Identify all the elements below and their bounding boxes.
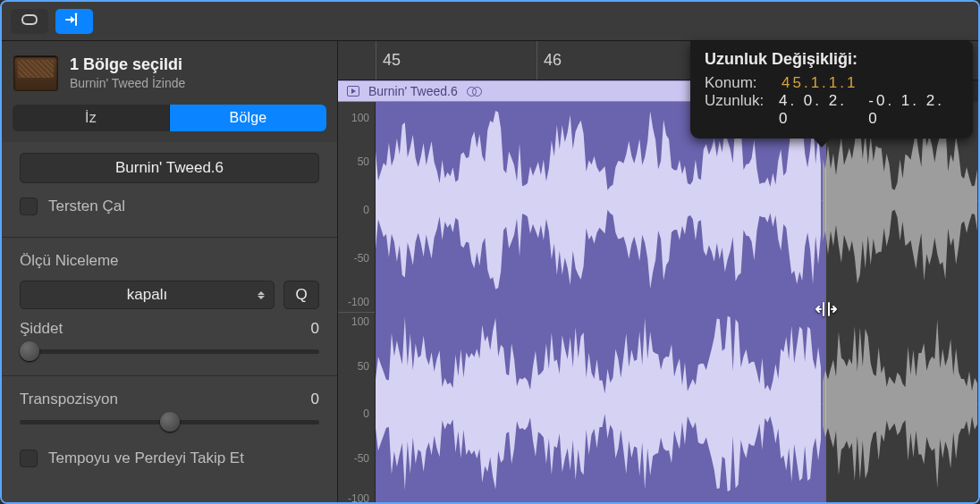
- transpose-slider[interactable]: [20, 412, 319, 432]
- catch-playhead-button[interactable]: [55, 9, 93, 34]
- selection-title: 1 Bölge seçildi: [70, 55, 185, 74]
- selection-subtitle: Burnin' Tweed İzinde: [70, 76, 185, 90]
- transpose-value: 0: [311, 391, 319, 408]
- tooltip-length-value: 4. 0. 2. 0: [779, 92, 861, 128]
- quantize-apply-button[interactable]: Q: [283, 281, 319, 309]
- loop-icon: [20, 13, 39, 29]
- chevron-updown-icon: [258, 291, 265, 299]
- scale-label: 50: [358, 360, 369, 373]
- amplitude-scale: 100 50 0 -50 -100 100 50 0 -50 -100: [338, 102, 376, 502]
- scale-label: -50: [354, 252, 369, 265]
- strength-slider[interactable]: [20, 341, 319, 361]
- scale-label: 100: [351, 112, 369, 124]
- scale-label: 50: [358, 155, 369, 168]
- tooltip-title: Uzunluk Değişikliği:: [705, 50, 959, 69]
- scale-label: -50: [354, 452, 369, 465]
- stereo-icon: [467, 87, 482, 97]
- waveform-tracks[interactable]: [376, 102, 978, 502]
- ruler-tick-label: 46: [544, 51, 562, 70]
- audio-editor: 45 46 47 Burnin' Tweed.6 100 50: [338, 41, 978, 502]
- loop-button[interactable]: [11, 9, 48, 34]
- ruler-tick-label: 45: [383, 51, 401, 70]
- scale-label: 0: [363, 407, 369, 420]
- inspector-panel: 1 Bölge seçildi Burnin' Tweed İzinde İz …: [2, 41, 338, 502]
- top-toolbar: [2, 2, 978, 41]
- tab-track[interactable]: İz: [13, 105, 170, 131]
- track-thumb-icon: [14, 56, 57, 90]
- inspector-header: 1 Bölge seçildi Burnin' Tweed İzinde: [2, 41, 337, 99]
- length-change-tooltip: Uzunluk Değişikliği: Konum: 45.1.1.1 Uzu…: [690, 41, 973, 139]
- reverse-label: Tersten Çal: [48, 197, 125, 215]
- scale-label: 0: [363, 204, 369, 216]
- region-inspector: Burnin' Tweed.6 Tersten Çal Ölçü Nicelem…: [2, 142, 337, 502]
- inspector-tabs: İz Bölge: [2, 99, 337, 142]
- quantize-label: Ölçü Niceleme: [20, 252, 319, 270]
- transpose-label: Transpozisyon: [20, 391, 118, 408]
- divider: [2, 375, 337, 376]
- tooltip-position-value: 45.1.1.1: [781, 74, 858, 92]
- quantize-value: kapalı: [127, 286, 167, 304]
- region-name-field[interactable]: Burnin' Tweed.6: [20, 153, 319, 183]
- body: 1 Bölge seçildi Burnin' Tweed İzinde İz …: [2, 41, 978, 502]
- app-window: 1 Bölge seçildi Burnin' Tweed İzinde İz …: [0, 0, 980, 504]
- scale-label: -100: [348, 492, 369, 504]
- strength-label: Şiddet: [20, 320, 63, 338]
- play-icon: [347, 86, 359, 97]
- quantize-popup[interactable]: kapalı: [20, 281, 275, 309]
- region-header-name: Burnin' Tweed.6: [368, 84, 458, 98]
- catch-playhead-icon: [64, 13, 84, 30]
- svg-point-0: [75, 13, 78, 15]
- follow-tempo-checkbox[interactable]: [20, 449, 38, 467]
- scale-label: -100: [348, 296, 369, 308]
- reverse-checkbox[interactable]: [20, 197, 38, 215]
- tooltip-delta-value: -0. 1. 2. 0: [868, 92, 959, 128]
- tooltip-position-key: Konum:: [705, 74, 774, 92]
- waveform-right: [376, 306, 978, 502]
- follow-tempo-label: Tempoyu ve Perdeyi Takip Et: [48, 449, 244, 467]
- scale-label: 100: [351, 315, 369, 328]
- divider: [2, 237, 337, 238]
- wave-area: 100 50 0 -50 -100 100 50 0 -50 -100: [338, 102, 978, 502]
- tooltip-length-key: Uzunluk:: [705, 92, 772, 110]
- region-edge-line: [825, 102, 826, 502]
- tab-region[interactable]: Bölge: [170, 105, 326, 131]
- strength-value: 0: [311, 320, 319, 338]
